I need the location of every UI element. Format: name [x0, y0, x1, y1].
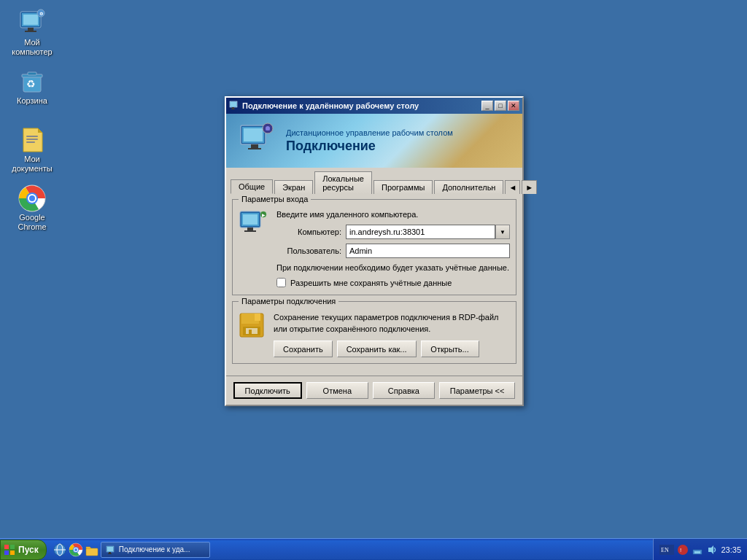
dialog-header: Дистанционное управление рабочим столом … [226, 114, 522, 168]
network-icon [692, 544, 703, 556]
login-group-label: Параметры входа [239, 195, 311, 203]
dialog-footer: Подключить Отмена Справка Параметры << [226, 376, 522, 405]
open-button[interactable]: Открыть... [421, 341, 479, 357]
conn-group: Параметры подключения Сохранение текущих… [232, 301, 516, 364]
taskbar-folder-icon[interactable] [85, 542, 99, 557]
svg-point-30 [266, 126, 270, 131]
svg-rect-15 [26, 141, 35, 143]
save-as-button[interactable]: Сохранить как... [337, 341, 417, 357]
start-label: Пуск [18, 545, 39, 555]
help-button[interactable]: Справка [373, 382, 435, 399]
credentials-hint: При подключении необходимо будет указать… [276, 262, 510, 273]
tab-local-resources[interactable]: Локальные ресурсы [314, 171, 372, 194]
svg-text:▶: ▶ [262, 213, 266, 217]
login-group: Параметры входа ▶ Введите имя удаленного… [232, 199, 516, 295]
user-input[interactable] [346, 244, 510, 258]
svg-rect-9 [28, 72, 36, 75]
svg-rect-55 [86, 548, 98, 556]
conn-group-label: Параметры подключения [239, 297, 338, 306]
minimize-button[interactable]: _ [481, 101, 493, 111]
tab-additional[interactable]: Дополнительн [434, 180, 503, 194]
computer-label: Компьютер: [276, 228, 346, 236]
lang-indicator: EN [659, 545, 674, 555]
title-bar-controls: _ □ ✕ [481, 101, 519, 111]
taskbar: Пуск По [0, 538, 747, 560]
svg-rect-13 [26, 136, 38, 137]
conn-text: Сохранение текущих параметров подключени… [274, 312, 510, 335]
svg-rect-45 [10, 545, 15, 549]
desktop-icon-chrome-label: Google Chrome [9, 213, 55, 232]
desktop-icon-my-docs[interactable]: Моидокументы [6, 122, 58, 176]
close-button[interactable]: ✕ [508, 101, 519, 111]
taskbar-rdp-icon [106, 545, 116, 554]
params-button[interactable]: Параметры << [439, 382, 516, 399]
svg-point-19 [29, 195, 35, 201]
svg-point-54 [74, 548, 77, 551]
taskbar-items: Подключение к уда... [50, 542, 654, 558]
header-text: Дистанционное управление рабочим столом … [286, 128, 453, 154]
svg-rect-14 [26, 139, 38, 140]
save-credentials-checkbox[interactable] [276, 278, 286, 287]
title-bar-text: Подключение к удалённому рабочему столу [242, 101, 419, 110]
desktop-icon-my-docs-label: Моидокументы [12, 155, 53, 174]
svg-rect-26 [244, 128, 263, 141]
svg-rect-33 [243, 214, 258, 225]
save-credentials-label: Разрешить мне сохранять учётные данные [290, 279, 452, 287]
tabs-container: Общие Экран Локальные ресурсы Программы … [226, 168, 522, 193]
svg-rect-44 [4, 545, 9, 549]
connect-button[interactable]: Подключить [233, 382, 302, 399]
my-docs-icon [18, 125, 47, 155]
svg-rect-23 [231, 109, 235, 109]
svg-rect-2 [23, 15, 38, 25]
rdp-dialog: Подключение к удалённому рабочему столу … [225, 96, 524, 406]
desktop-icon-my-computer-label: Мойкомпьютер [12, 38, 52, 57]
svg-rect-34 [247, 228, 253, 230]
desktop-icon-recycle-bin-label: Корзина [17, 96, 47, 106]
svg-rect-47 [10, 551, 15, 555]
desktop-icon-my-computer[interactable]: ⚙ Мойкомпьютер [6, 6, 58, 60]
desktop-icon-recycle-bin[interactable]: ♻ Корзина [6, 64, 58, 109]
conn-buttons: Сохранить Сохранить как... Открыть... [274, 341, 510, 357]
sound-icon [706, 544, 718, 556]
system-tray: EN ! 23:35 [653, 539, 747, 560]
monitor-header-icon [238, 122, 274, 159]
rdp-title-icon [229, 101, 239, 111]
tab-scroll-left[interactable]: ◄ [505, 180, 520, 194]
tab-screen[interactable]: Экран [274, 180, 313, 194]
svg-rect-43 [249, 330, 252, 334]
svg-rect-3 [28, 28, 34, 31]
user-row: Пользователь: [276, 244, 510, 258]
svg-rect-46 [4, 551, 9, 555]
svg-rect-58 [109, 552, 111, 553]
svg-rect-22 [232, 107, 234, 109]
computer-input[interactable] [346, 225, 495, 239]
start-button[interactable]: Пуск [0, 540, 47, 560]
clock: 23:35 [721, 545, 741, 554]
computer-dropdown[interactable]: ▼ [495, 225, 510, 239]
computer-login-icon: ▶ [239, 210, 268, 236]
start-windows-icon [4, 544, 15, 556]
tab-scroll-right[interactable]: ► [522, 180, 537, 194]
svg-rect-27 [251, 144, 258, 148]
recycle-bin-icon: ♻ [18, 67, 47, 96]
svg-rect-35 [244, 230, 256, 232]
antivirus-icon: ! [677, 544, 689, 556]
save-button[interactable]: Сохранить [274, 341, 333, 357]
maximize-button[interactable]: □ [495, 101, 506, 111]
tab-programs[interactable]: Программы [374, 180, 433, 194]
svg-marker-66 [708, 545, 713, 554]
taskbar-rdp-label: Подключение к уда... [119, 545, 190, 553]
svg-text:EN: EN [661, 547, 669, 553]
svg-rect-57 [107, 547, 113, 551]
svg-rect-4 [25, 31, 36, 32]
dialog-content: Параметры входа ▶ Введите имя удаленного… [226, 193, 522, 376]
taskbar-ie-icon[interactable] [53, 542, 67, 557]
taskbar-chrome-icon[interactable] [69, 542, 83, 557]
header-title: Подключение [286, 139, 453, 154]
tab-general[interactable]: Общие [231, 179, 273, 194]
taskbar-rdp-task[interactable]: Подключение к уда... [101, 542, 210, 558]
my-computer-icon: ⚙ [18, 9, 47, 38]
svg-rect-28 [248, 148, 261, 149]
cancel-button[interactable]: Отмена [306, 382, 368, 399]
desktop-icon-chrome[interactable]: Google Chrome [6, 181, 58, 235]
